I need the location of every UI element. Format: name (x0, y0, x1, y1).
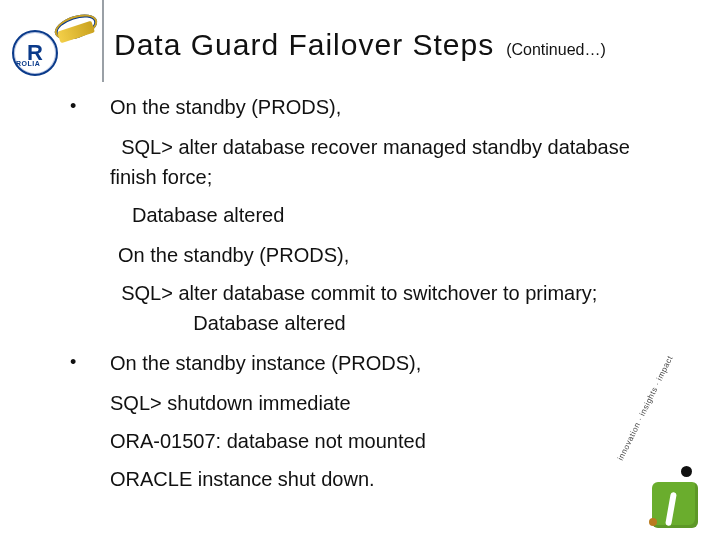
bullet-2-line2: ORA-01507: database not mounted (110, 426, 680, 456)
bullet-1-heading: On the standby (PRODS), (110, 92, 680, 122)
bullet-1-cmd2: SQL> alter database commit to switchover… (110, 278, 680, 338)
bullet-dot-icon: • (70, 348, 110, 378)
page-subtitle: (Continued…) (506, 41, 606, 59)
insight-logo: innovation · insights · impact (634, 464, 698, 528)
insight-logo-dot-icon (681, 466, 692, 477)
sql-cmd-text: alter database commit to switchover to p… (173, 282, 598, 304)
bullet-1-resp1: Database altered (132, 200, 680, 230)
bullet-1-heading2: On the standby (PRODS), (118, 240, 680, 270)
bullet-2-line1: SQL> shutdown immediate (110, 388, 680, 418)
bullet-dot-icon: • (70, 92, 110, 122)
rolia-logo: R ROLIA (8, 8, 98, 68)
sql-prompt: SQL> (121, 136, 173, 158)
title-row: Data Guard Failover Steps (Continued…) (114, 28, 696, 62)
vertical-divider (102, 0, 104, 82)
insight-logo-dot-icon (649, 518, 657, 526)
insight-logo-square-icon (652, 482, 698, 528)
sql-cmd-text: alter database recover managed standby d… (110, 136, 630, 188)
sql-prompt: SQL> (121, 282, 173, 304)
insight-logo-stripe-icon (665, 492, 677, 527)
bullet-1-cmd1: SQL> alter database recover managed stan… (110, 132, 680, 192)
page-title: Data Guard Failover Steps (114, 28, 494, 62)
body-content: • On the standby (PRODS), SQL> alter dat… (70, 92, 680, 502)
slide: R ROLIA Data Guard Failover Steps (Conti… (0, 0, 720, 540)
bullet-2-line3: ORACLE instance shut down. (110, 464, 680, 494)
rolia-wordmark: ROLIA (16, 60, 40, 67)
bullet-2-heading: On the standby instance (PRODS), (110, 348, 680, 378)
sql-inline-response: Database altered (193, 312, 345, 334)
bullet-2: • On the standby instance (PRODS), (70, 348, 680, 378)
bullet-1: • On the standby (PRODS), (70, 92, 680, 122)
rolia-badge-icon: R (12, 30, 58, 76)
